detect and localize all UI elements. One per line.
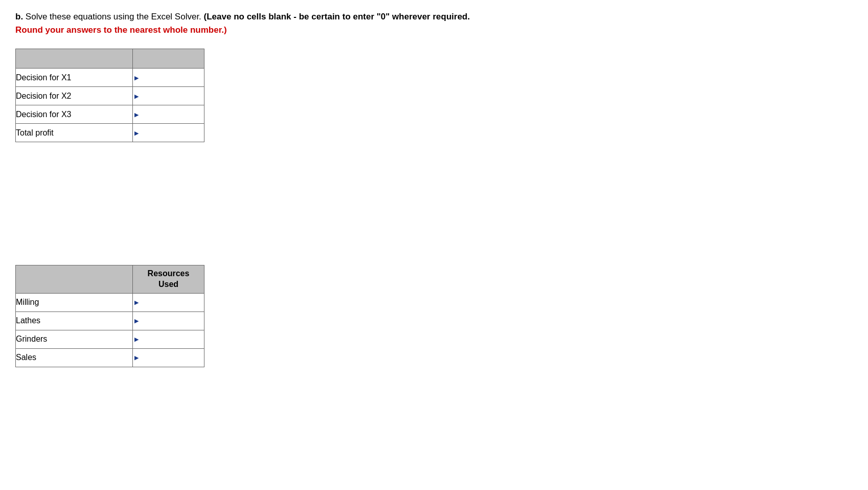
total-profit-label: Total profit [16,124,133,142]
grinders-input-cell [133,330,204,348]
table-row: Decision for X3 [16,105,204,124]
second-table-header-col2: ResourcesUsed [133,265,204,294]
instruction-text-red: Round your answers to the nearest whole … [15,25,227,35]
table-row: Sales [16,348,204,367]
milling-input-cell [133,293,204,311]
table-row: Decision for X1 [16,69,204,87]
table-row: Grinders [16,330,204,348]
lathes-input[interactable] [133,312,204,330]
section-gap [15,163,853,265]
decision-x3-label: Decision for X3 [16,105,133,124]
decision-x1-input[interactable] [133,69,204,86]
sales-input-cell [133,348,204,367]
instruction-text-bold: (Leave no cells blank - be certain to en… [204,12,470,21]
total-profit-input[interactable] [133,124,204,142]
sales-label: Sales [16,348,133,367]
instruction-prefix: b. [15,12,23,21]
decision-x3-input-cell [133,105,204,124]
milling-label: Milling [16,293,133,311]
first-table: Decision for X1 Decision for X2 Decision… [15,49,204,142]
decision-x2-label: Decision for X2 [16,87,133,105]
first-table-container: Decision for X1 Decision for X2 Decision… [15,49,853,142]
lathes-input-cell [133,311,204,330]
first-table-header-label [16,49,133,69]
sales-input[interactable] [133,349,204,367]
milling-input[interactable] [133,294,204,311]
first-table-header-row [16,49,204,69]
table-row: Milling [16,293,204,311]
decision-x2-input[interactable] [133,87,204,105]
instruction-text-normal: Solve these equations using the Excel So… [26,12,204,21]
grinders-label: Grinders [16,330,133,348]
table-row: Decision for X2 [16,87,204,105]
lathes-label: Lathes [16,311,133,330]
decision-x1-label: Decision for X1 [16,69,133,87]
second-table-container: ResourcesUsed Milling Lathes Grinders Sa… [15,265,853,367]
second-table: ResourcesUsed Milling Lathes Grinders Sa… [15,265,204,367]
table-row: Total profit [16,124,204,142]
second-table-header-col1 [16,265,133,294]
second-table-header-row: ResourcesUsed [16,265,204,294]
decision-x3-input[interactable] [133,105,204,123]
instructions: b. Solve these equations using the Excel… [15,10,853,36]
decision-x1-input-cell [133,69,204,87]
table-row: Lathes [16,311,204,330]
decision-x2-input-cell [133,87,204,105]
first-table-header-input [133,49,204,69]
grinders-input[interactable] [133,330,204,348]
total-profit-input-cell [133,124,204,142]
